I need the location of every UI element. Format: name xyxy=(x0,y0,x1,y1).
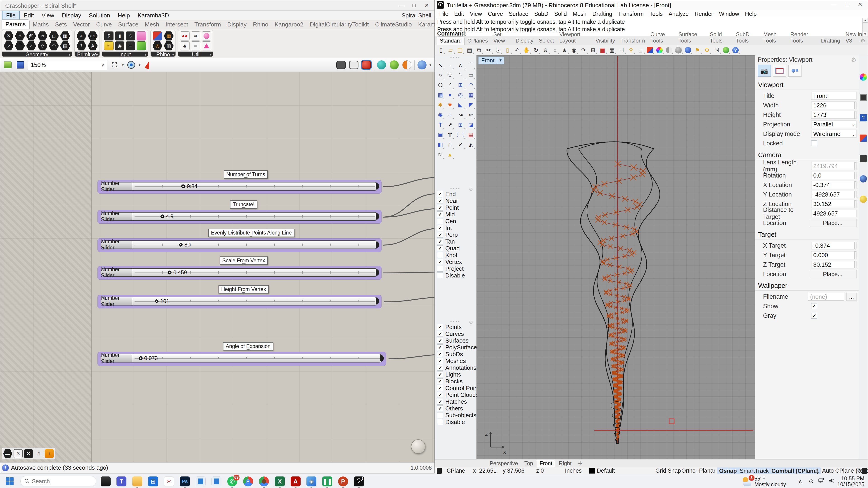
rotation-field[interactable]: 0.0▲▼ xyxy=(811,172,857,179)
save-file-icon[interactable]: ◫ xyxy=(456,46,464,55)
taskbar-phone-app-icon[interactable] xyxy=(101,477,111,486)
fillet-tool-icon[interactable]: ◜ xyxy=(445,80,454,90)
taskbar-rhino-icon[interactable]: 8 xyxy=(354,477,364,486)
input-icon-gradient[interactable] xyxy=(136,41,146,51)
save-file-icon[interactable] xyxy=(15,60,26,70)
render-icon[interactable] xyxy=(684,46,692,55)
smarttrack-toggle[interactable]: SmartTrack xyxy=(738,467,771,475)
cluster-icon[interactable]: ✕ xyxy=(24,449,33,458)
osnap-int[interactable]: ✔Int xyxy=(435,224,476,231)
taskbar-file-explorer-icon[interactable] xyxy=(132,477,142,486)
y-target-field[interactable]: 0.000▲▼ xyxy=(811,251,857,259)
add-view-icon[interactable]: ✛ xyxy=(575,460,585,467)
util-icon-arrow-light[interactable]: ⇨ xyxy=(191,41,200,51)
spinner[interactable]: ▲▼ xyxy=(855,172,857,179)
taskbar-window-app2-icon[interactable] xyxy=(212,477,221,486)
slider-output[interactable] xyxy=(376,269,379,276)
toolbar-tab-render-tools[interactable]: Render Tools xyxy=(788,30,818,45)
curve-tool-icon[interactable]: ⌒ xyxy=(466,60,475,70)
zoom-icon[interactable]: ⊖ xyxy=(541,46,550,55)
toolbar-tab-transform[interactable]: Transform xyxy=(618,37,648,45)
gear-icon[interactable]: ⚙ xyxy=(469,319,474,326)
number-slider[interactable]: Number Slider 4.9 xyxy=(101,212,379,221)
tab-rhino[interactable]: Rhino xyxy=(250,20,271,29)
filter-disable[interactable]: Disable xyxy=(435,419,476,425)
pan-icon[interactable]: ✋ xyxy=(522,46,531,55)
polyline-tool-icon[interactable]: ∧ xyxy=(455,60,466,70)
rhino-icon-mesh[interactable]: ▦ xyxy=(164,31,174,40)
hidden-icons-chevron[interactable]: ∧ xyxy=(798,478,802,485)
undo-icon[interactable]: ↶ xyxy=(513,46,521,55)
geometry-icon[interactable]: ✕ xyxy=(4,31,13,40)
camera-place-button[interactable]: Place... xyxy=(809,219,857,227)
menu-transform[interactable]: Transform xyxy=(615,10,647,18)
osnap-toggle[interactable]: Osnap xyxy=(717,467,739,475)
toolbar-tab-display[interactable]: Display xyxy=(513,37,536,45)
toolbar-tab-mesh-tools[interactable]: Mesh Tools xyxy=(761,30,788,45)
slider-output[interactable] xyxy=(376,298,379,304)
search-box[interactable] xyxy=(20,476,96,486)
panel-toggle-icon[interactable] xyxy=(437,468,442,474)
chevron-down-icon[interactable]: ▼ xyxy=(497,57,504,64)
slider-name[interactable]: Number Slider xyxy=(101,241,132,248)
menu-solid[interactable]: Solid xyxy=(551,10,570,18)
blend-curve-tool-icon[interactable]: ↝ xyxy=(455,110,466,120)
number-slider[interactable]: Number Slider 101 xyxy=(101,297,379,306)
clock[interactable]: 10:55 PM 10/15/2025 xyxy=(837,476,864,487)
geometry-icon[interactable]: ↗ xyxy=(4,41,13,51)
arc-tool-icon[interactable]: ◝ xyxy=(455,70,466,80)
spinner[interactable]: ▲▼ xyxy=(855,111,857,119)
help-panel-icon[interactable]: ? xyxy=(860,114,867,121)
slider-rail[interactable]: 0.073 xyxy=(132,354,383,362)
speaker-icon[interactable] xyxy=(829,478,835,485)
curved-surface-tool-icon[interactable]: ◠ xyxy=(466,80,475,90)
close-button[interactable]: ✕ xyxy=(854,1,866,8)
display-orange-icon[interactable] xyxy=(402,60,412,70)
toolbar-tab-select[interactable]: Select xyxy=(536,37,557,45)
input-icon-knob[interactable]: ◉ xyxy=(115,41,124,51)
filter-blocks[interactable]: ✔Blocks xyxy=(435,378,476,385)
front-viewport[interactable]: zx Front▼ xyxy=(476,55,755,459)
osnap-cen[interactable]: Cen xyxy=(435,218,476,224)
geometry-icon[interactable]: ◠ xyxy=(49,41,59,51)
cplane-icon[interactable]: ▦ xyxy=(608,46,616,55)
view-tab-top[interactable]: Top xyxy=(522,460,536,467)
hide-icon[interactable]: ⊣ xyxy=(617,46,626,55)
geometry-icon[interactable]: ∕ xyxy=(26,41,36,51)
geometry-icon[interactable]: ○ xyxy=(15,31,25,40)
spinner[interactable]: ▲▼ xyxy=(855,191,857,198)
flag-icon[interactable]: ⚑ xyxy=(693,46,702,55)
slider-output[interactable] xyxy=(376,183,379,189)
display-mode-dropdown[interactable]: Wireframe∨ xyxy=(811,130,857,138)
preview-eye-icon[interactable] xyxy=(126,60,136,70)
view-tab-perspective[interactable]: Perspective xyxy=(487,460,521,467)
filter-meshes[interactable]: ✔Meshes xyxy=(435,358,476,364)
panel-toggle-icon[interactable] xyxy=(862,468,867,474)
spinner[interactable]: ▲▼ xyxy=(855,261,857,268)
view-tab-front[interactable]: Front xyxy=(537,460,555,467)
menu-karamba3d[interactable]: Karamba3D xyxy=(134,11,173,20)
taskbar-powerpoint-icon[interactable]: P xyxy=(338,477,348,486)
gumball-toggle[interactable]: Gumball (CPlane) xyxy=(769,467,821,475)
slider-rail[interactable]: 80 xyxy=(132,241,378,248)
solid-tool-icon[interactable]: ▣ xyxy=(436,130,445,140)
geometry-icon[interactable]: ▱ xyxy=(37,31,48,40)
slider-name[interactable]: Number Slider xyxy=(101,213,132,220)
distance-to-target-field[interactable]: 4928.657 xyxy=(811,210,857,217)
slider-group-angle-of-expansion[interactable]: Number Slider 0.073 xyxy=(97,352,386,366)
grid-snap-toggle[interactable]: Grid Snap xyxy=(655,467,681,474)
paste-icon[interactable]: ▯ xyxy=(503,46,512,55)
zoom-level-combobox[interactable]: 150%∨ xyxy=(28,60,107,70)
menu-tools[interactable]: Tools xyxy=(647,10,665,18)
preview-shaded-icon[interactable] xyxy=(361,60,372,70)
slider-knob[interactable] xyxy=(181,185,185,188)
display-blue-icon[interactable] xyxy=(417,60,427,70)
menu-file[interactable]: File xyxy=(436,10,451,18)
toolbar-tab-viewport-layout[interactable]: Viewport Layout xyxy=(557,30,593,45)
surface-grid-tool-icon[interactable]: ⊞ xyxy=(455,80,466,90)
srf-patch-tool-icon[interactable]: ▦ xyxy=(466,90,475,100)
print-icon[interactable]: ▤ xyxy=(465,46,474,55)
number-slider[interactable]: Number Slider 9.84 xyxy=(101,182,379,191)
menu-help[interactable]: Help xyxy=(742,10,760,18)
sphere-panel-icon[interactable] xyxy=(860,175,867,182)
